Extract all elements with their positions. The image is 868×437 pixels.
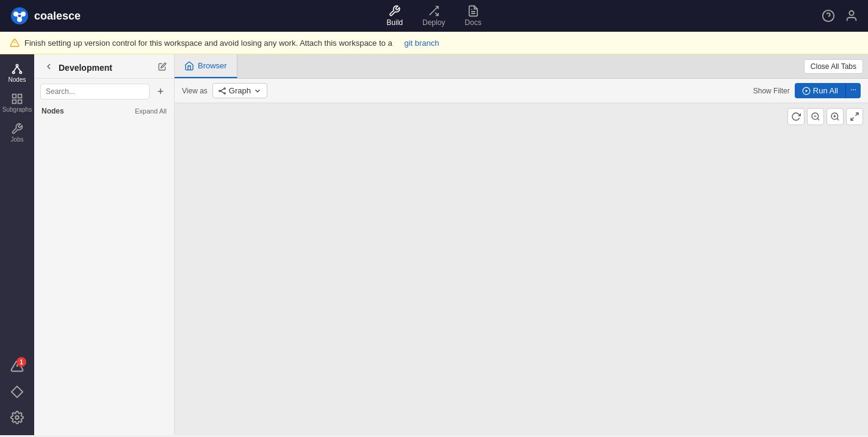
svg-point-30 <box>224 87 225 88</box>
svg-point-17 <box>13 71 15 73</box>
svg-line-19 <box>13 67 17 71</box>
sidebar-item-jobs[interactable]: Jobs <box>0 119 34 146</box>
run-icon <box>802 87 811 95</box>
svg-point-36 <box>853 90 854 90</box>
toolbar-right: Show Filter Run All <box>753 83 861 98</box>
icon-sidebar: Nodes Subgraphs Jobs <box>0 54 34 435</box>
diamond-button[interactable] <box>7 381 27 402</box>
svg-line-47 <box>851 117 854 120</box>
view-as-label: View as <box>182 87 208 95</box>
tab-bar: Browser Close All Tabs <box>175 54 868 79</box>
svg-point-37 <box>855 90 856 90</box>
nodes-section: Nodes Expand All <box>34 104 174 118</box>
zoom-out-icon <box>811 112 820 121</box>
subgraphs-label: Subgraphs <box>2 106 32 113</box>
settings-icon <box>10 411 24 424</box>
nav-center: Build Deploy Docs <box>386 5 481 27</box>
toolbar: View as Graph Show Filter <box>175 79 868 103</box>
right-panel: Browser Close All Tabs View as Graph <box>175 54 868 435</box>
refresh-button[interactable] <box>787 108 805 125</box>
nav-item-deploy[interactable]: Deploy <box>422 5 445 27</box>
alerts-badge: 1 <box>16 357 26 367</box>
svg-point-16 <box>16 65 18 67</box>
diamond-icon <box>10 385 24 399</box>
svg-line-33 <box>220 91 224 93</box>
expand-all-button[interactable]: Expand All <box>135 107 167 115</box>
banner-git-link[interactable]: git branch <box>404 38 439 48</box>
main-layout: Nodes Subgraphs Jobs <box>0 54 868 435</box>
run-all-button[interactable]: Run All <box>795 83 845 98</box>
back-button[interactable] <box>44 62 54 73</box>
warning-icon <box>10 38 20 48</box>
graph-view-dropdown[interactable]: Graph <box>212 83 267 98</box>
graph-dropdown-label: Graph <box>229 86 251 95</box>
nodes-section-label: Nodes <box>42 107 64 115</box>
svg-line-40 <box>817 118 819 120</box>
nav-right <box>822 9 858 23</box>
nav-item-docs[interactable]: Docs <box>465 5 481 27</box>
top-nav: coalesce Build Deploy <box>0 0 868 32</box>
svg-line-20 <box>17 67 21 71</box>
canvas-controls <box>787 108 863 125</box>
more-icon <box>850 86 857 93</box>
svg-line-43 <box>837 118 839 120</box>
graph-icon <box>218 87 226 95</box>
svg-point-31 <box>224 92 225 93</box>
svg-marker-27 <box>12 386 23 397</box>
svg-line-32 <box>220 88 224 91</box>
sidebar-item-subgraphs[interactable]: Subgraphs <box>0 89 34 117</box>
jobs-label: Jobs <box>10 136 23 143</box>
banner-message-start: Finish setting up version control for th… <box>24 38 392 48</box>
show-filter-button[interactable]: Show Filter <box>753 87 790 95</box>
logo-text: coalesce <box>34 10 81 23</box>
refresh-icon <box>791 112 801 121</box>
search-area: + <box>34 79 174 104</box>
fit-view-icon <box>850 112 859 121</box>
version-control-banner: Finish setting up version control for th… <box>0 32 868 54</box>
icon-sidebar-bottom: 1 <box>0 356 34 435</box>
subgraphs-icon <box>11 93 23 105</box>
svg-point-18 <box>20 71 21 73</box>
canvas-area <box>175 103 868 435</box>
nodes-icon <box>11 63 23 75</box>
left-panel-header: Development <box>34 54 174 79</box>
sidebar-item-nodes[interactable]: Nodes <box>0 59 34 87</box>
zoom-out-button[interactable] <box>807 108 824 125</box>
user-icon[interactable] <box>845 9 858 23</box>
run-all-group: Run All <box>795 83 861 98</box>
nav-item-build[interactable]: Build <box>386 5 403 27</box>
chevron-down-icon <box>253 87 262 95</box>
zoom-in-button[interactable] <box>826 108 844 125</box>
zoom-in-icon <box>830 112 840 121</box>
nav-docs-label: Docs <box>465 18 481 27</box>
add-node-button[interactable]: + <box>153 84 168 99</box>
help-icon[interactable] <box>822 9 835 23</box>
run-all-label: Run All <box>813 86 838 95</box>
close-all-tabs-button[interactable]: Close All Tabs <box>804 59 863 74</box>
nav-deploy-label: Deploy <box>422 18 445 27</box>
svg-rect-23 <box>13 100 16 104</box>
nodes-label: Nodes <box>9 76 26 83</box>
edit-workspace-button[interactable] <box>158 62 167 73</box>
svg-point-13 <box>849 11 853 15</box>
svg-line-46 <box>855 113 858 116</box>
fit-view-button[interactable] <box>846 108 863 125</box>
search-input[interactable] <box>40 84 150 99</box>
svg-marker-35 <box>806 89 808 92</box>
tab-browser[interactable]: Browser <box>175 54 237 78</box>
settings-button[interactable] <box>7 407 27 428</box>
svg-point-29 <box>219 90 220 91</box>
workspace-name: Development <box>59 63 112 73</box>
logo: coalesce <box>10 6 81 26</box>
coalesce-logo-icon <box>10 6 29 26</box>
left-panel: Development + Nodes Expand All <box>34 54 175 435</box>
svg-point-38 <box>851 90 852 90</box>
run-all-more-button[interactable] <box>845 83 861 98</box>
tab-browser-label: Browser <box>198 61 227 70</box>
svg-rect-21 <box>13 95 16 98</box>
svg-point-28 <box>15 416 19 419</box>
alerts-button[interactable]: 1 <box>7 356 27 377</box>
nav-build-label: Build <box>386 18 403 27</box>
svg-rect-24 <box>18 100 22 104</box>
home-icon <box>184 61 194 71</box>
